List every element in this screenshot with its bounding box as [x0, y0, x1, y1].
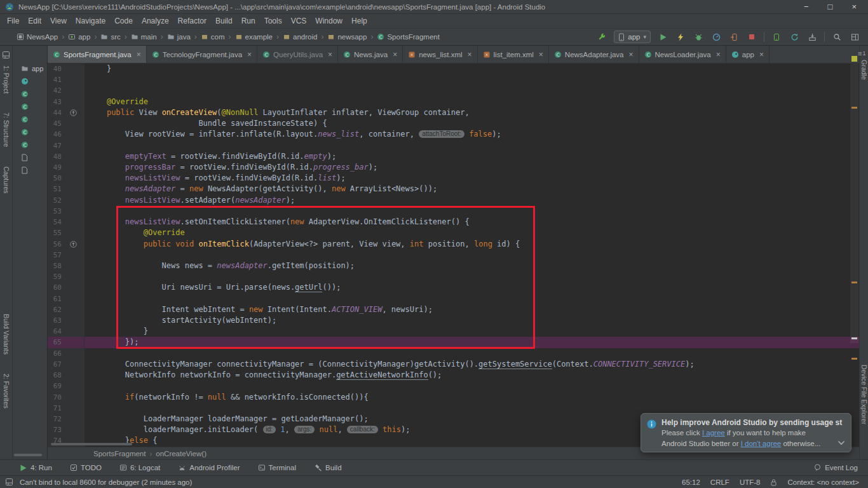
line-number[interactable]: 43: [48, 97, 65, 107]
gutter[interactable]: [65, 97, 85, 107]
debug-icon[interactable]: [693, 31, 704, 43]
menu-refactor[interactable]: Refactor: [173, 15, 211, 27]
lock-icon[interactable]: [770, 478, 777, 486]
line-number[interactable]: 42: [48, 85, 65, 96]
gutter[interactable]: [65, 64, 85, 74]
editor-horizontal-scrollbar[interactable]: [51, 443, 132, 445]
search-everywhere-icon[interactable]: [831, 31, 843, 43]
line-number[interactable]: 51: [48, 184, 65, 194]
line-number[interactable]: 72: [48, 414, 65, 424]
line-number[interactable]: 52: [48, 195, 65, 206]
close-icon[interactable]: ×: [716, 50, 721, 59]
close-icon[interactable]: ×: [851, 3, 857, 11]
toolwindow-button-4-run[interactable]: 4: Run: [19, 464, 52, 472]
line-number[interactable]: 49: [48, 162, 65, 173]
menu-file[interactable]: File: [3, 15, 24, 27]
tab-list-item-xml[interactable]: xlist_item.xml×: [478, 46, 549, 63]
line-number[interactable]: 73: [48, 424, 65, 435]
gutter[interactable]: [65, 217, 85, 227]
editor-vertical-scrollbar[interactable]: [850, 64, 858, 343]
gutter[interactable]: [65, 282, 85, 293]
tool-button-build-variants[interactable]: Build Variants: [3, 314, 10, 355]
gutter[interactable]: [65, 162, 85, 173]
menu-code[interactable]: Code: [110, 15, 137, 27]
override-icon[interactable]: [70, 109, 77, 116]
project-tree-row[interactable]: [13, 75, 47, 88]
tool-button-2-favorites[interactable]: 2: Favorites: [3, 374, 10, 409]
line-number[interactable]: 68: [48, 370, 65, 381]
close-icon[interactable]: ×: [393, 50, 397, 59]
code-line-59[interactable]: 59: [48, 271, 859, 282]
code-editor[interactable]: 40 }414243 @Override44 public View onCre…: [48, 64, 859, 447]
line-number[interactable]: 45: [48, 118, 65, 129]
breadcrumb-item-android[interactable]: android: [281, 32, 318, 41]
breadcrumb-item-src[interactable]: src: [99, 32, 121, 41]
project-tree-row[interactable]: app: [13, 62, 47, 75]
line-number[interactable]: 70: [48, 392, 65, 403]
close-icon[interactable]: ×: [468, 50, 472, 59]
gutter[interactable]: [65, 348, 85, 359]
code-line-51[interactable]: 51 newsAdapter = new NewsAdapter(getActi…: [48, 184, 859, 194]
sdk-manager-icon[interactable]: [806, 31, 818, 43]
breadcrumb-item-newsapp[interactable]: newsapp: [326, 32, 368, 41]
apply-changes-icon[interactable]: [675, 31, 686, 43]
line-number[interactable]: 50: [48, 173, 65, 184]
gutter[interactable]: [65, 140, 85, 151]
toolwindow-switcher-icon[interactable]: [3, 478, 15, 486]
tab-news-list-xml[interactable]: xnews_list.xml×: [403, 46, 477, 63]
line-number[interactable]: 64: [48, 326, 65, 337]
project-tree-row[interactable]: C: [13, 113, 47, 126]
breadcrumb-item-java[interactable]: java: [166, 32, 192, 41]
project-tree-row[interactable]: C: [13, 100, 47, 113]
toolwindow-button-todo[interactable]: TODO: [70, 464, 102, 471]
menu-vcs[interactable]: VCS: [287, 15, 311, 27]
code-line-50[interactable]: 50 newsListView = rootView.findViewById(…: [48, 173, 859, 184]
line-number[interactable]: 47: [48, 140, 65, 151]
gutter[interactable]: [65, 227, 85, 238]
line-number[interactable]: 59: [48, 271, 65, 282]
code-line-56[interactable]: 56 public void onItemClick(AdapterView<?…: [48, 239, 859, 250]
tool-button-gradle[interactable]: Gradle: [860, 60, 868, 80]
code-line-48[interactable]: 48 emptyText = rootView.findViewById(R.i…: [48, 151, 859, 162]
gutter[interactable]: [65, 261, 85, 271]
gutter[interactable]: [65, 129, 85, 140]
menu-build[interactable]: Build: [211, 15, 237, 27]
code-line-55[interactable]: 55 @Override: [48, 227, 859, 238]
code-line-67[interactable]: 67 ConnectivityManager connectivityManag…: [48, 359, 859, 370]
override-icon[interactable]: [70, 241, 77, 248]
line-number[interactable]: 46: [48, 129, 65, 140]
toolwindow-button-terminal[interactable]: Terminal: [258, 464, 296, 471]
gutter[interactable]: [65, 315, 85, 326]
close-icon[interactable]: ×: [629, 50, 634, 59]
gutter[interactable]: [65, 381, 85, 391]
close-icon[interactable]: ×: [328, 50, 332, 59]
menu-help[interactable]: Help: [347, 15, 372, 27]
line-number[interactable]: 63: [48, 315, 65, 326]
gutter[interactable]: [65, 326, 85, 337]
chevron-down-icon[interactable]: [837, 440, 845, 445]
project-panel-scrollbar[interactable]: [14, 454, 42, 456]
stop-icon[interactable]: [746, 31, 757, 43]
code-line-62[interactable]: 62 Intent webIntent = new Intent(Intent.…: [48, 304, 859, 315]
code-line-47[interactable]: 47: [48, 140, 859, 151]
line-number[interactable]: 40: [48, 64, 65, 74]
gutter[interactable]: [65, 304, 85, 315]
breadcrumb-item-com[interactable]: com: [200, 32, 226, 41]
line-number[interactable]: 71: [48, 403, 65, 414]
code-line-43[interactable]: 43 @Override: [48, 97, 859, 107]
breadcrumb-item-sportsfragment[interactable]: CSportsFragment: [376, 32, 440, 41]
code-line-54[interactable]: 54 newsListView.setOnItemClickListener(n…: [48, 217, 859, 227]
tool-button-7-structure[interactable]: 7: Structure: [3, 112, 10, 147]
tool-button-device-file-explorer[interactable]: Device File Explorer: [860, 365, 868, 424]
code-line-45[interactable]: 45 Bundle savedInstanceState) {: [48, 118, 859, 129]
code-line-52[interactable]: 52 newsListView.setAdapter(newsAdapter);: [48, 195, 859, 206]
gutter[interactable]: [65, 74, 85, 85]
tab-sportsfragment-java[interactable]: CSportsFragment.java×: [48, 46, 147, 63]
disagree-link[interactable]: I don't agree: [741, 440, 782, 447]
encoding-indicator[interactable]: UTF-8: [740, 478, 761, 486]
scrollbar-warning-mark[interactable]: [851, 281, 857, 283]
line-number[interactable]: 62: [48, 304, 65, 315]
avd-manager-icon[interactable]: [771, 31, 782, 43]
run-icon[interactable]: [657, 31, 668, 43]
code-line-70[interactable]: 70 if(networkInfo != null && networkInfo…: [48, 392, 859, 403]
